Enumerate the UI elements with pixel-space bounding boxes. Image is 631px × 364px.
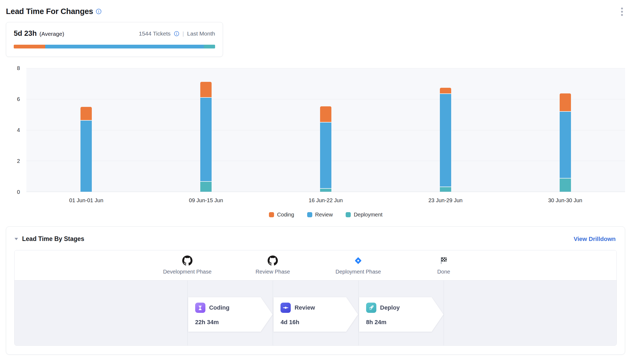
- legend-item-coding[interactable]: Coding: [269, 212, 294, 218]
- bar-group-5[interactable]: [505, 68, 625, 192]
- plot-area: [26, 68, 625, 192]
- hourglass-icon: [195, 303, 205, 313]
- lead-time-by-stages-panel: Lead Time By Stages View Drilldown Devel…: [6, 226, 625, 355]
- phase-deployment-phase: Deployment Phase: [335, 255, 381, 275]
- stage-name: Deploy: [380, 304, 400, 311]
- chart-legend: CodingReviewDeployment: [6, 212, 625, 218]
- stacked-bar[interactable]: [320, 68, 331, 192]
- lead-time-chart: 02468 01 Jun-01 Jun09 Jun-15 Jun16 Jun-2…: [6, 68, 625, 218]
- tickets-info-icon[interactable]: [174, 31, 179, 36]
- legend-label: Review: [315, 212, 333, 218]
- view-drilldown-link[interactable]: View Drilldown: [574, 236, 616, 243]
- tickets-count: 1544 Tickets: [139, 30, 171, 37]
- bar-segment-deployment[interactable]: [560, 178, 571, 192]
- bar-segment-review[interactable]: [440, 94, 451, 187]
- stage-name: Coding: [209, 304, 230, 311]
- bar-group-4[interactable]: [385, 68, 505, 192]
- legend-item-deployment[interactable]: Deployment: [346, 212, 383, 218]
- github-icon: [255, 255, 290, 267]
- x-label-3: 16 Jun-22 Jun: [266, 197, 386, 204]
- legend-item-review[interactable]: Review: [307, 212, 333, 218]
- title-wrap: Lead Time For Changes: [6, 5, 101, 16]
- period-label: Last Month: [187, 30, 215, 37]
- average-value: 5d 23h: [14, 29, 37, 38]
- legend-label: Coding: [277, 212, 294, 218]
- bar-group-3[interactable]: [266, 68, 386, 192]
- bar-segment-review[interactable]: [200, 98, 212, 181]
- phase-label: Review Phase: [255, 269, 290, 275]
- bar-segment-coding[interactable]: [440, 88, 451, 93]
- bar-segment-coding[interactable]: [200, 82, 212, 97]
- stacked-bar[interactable]: [440, 68, 451, 192]
- caret-down-icon: [14, 237, 18, 240]
- phase-review-phase: Review Phase: [255, 255, 290, 275]
- stacked-bar[interactable]: [560, 68, 571, 192]
- divider: |: [183, 30, 184, 37]
- stage-card-coding[interactable]: Coding22h 34m: [188, 297, 273, 332]
- distribution-segment-review: [45, 45, 204, 48]
- stacked-bar[interactable]: [200, 68, 212, 192]
- legend-swatch-icon: [269, 212, 274, 217]
- stacked-bar[interactable]: [80, 68, 92, 192]
- bar-segment-review[interactable]: [560, 112, 571, 178]
- y-tick-2: 2: [17, 158, 20, 164]
- x-axis-labels: 01 Jun-01 Jun09 Jun-15 Jun16 Jun-22 Jun2…: [6, 197, 625, 204]
- page-header: Lead Time For Changes: [6, 5, 625, 19]
- info-icon[interactable]: [96, 9, 101, 14]
- average-summary-card: 5d 23h (Average) 1544 Tickets | Last Mon…: [6, 22, 223, 57]
- bar-segment-review[interactable]: [320, 122, 331, 188]
- column-separator: [444, 281, 444, 345]
- y-tick-6: 6: [17, 96, 20, 102]
- stage-duration: 8h 24m: [366, 319, 444, 326]
- legend-swatch-icon: [307, 212, 312, 217]
- stage-body-row: Coding22h 34mReview4d 16hDeploy8h 24m: [15, 281, 616, 345]
- phase-development-phase: Development Phase: [163, 255, 212, 275]
- phase-header-row: Development PhaseReview PhaseDeployment …: [15, 250, 616, 281]
- bar-group-2[interactable]: [146, 68, 266, 192]
- stage-duration: 4d 16h: [281, 319, 358, 326]
- stages-collapse-toggle[interactable]: Lead Time By Stages: [14, 235, 84, 243]
- y-tick-8: 8: [17, 65, 20, 71]
- bar-segment-coding[interactable]: [560, 93, 571, 111]
- bar-segment-coding[interactable]: [80, 107, 92, 120]
- legend-swatch-icon: [346, 212, 351, 217]
- legend-label: Deployment: [354, 212, 383, 218]
- phase-label: Deployment Phase: [335, 269, 381, 275]
- stage-card-deploy[interactable]: Deploy8h 24m: [359, 297, 444, 332]
- stages-panel-title: Lead Time By Stages: [22, 235, 84, 243]
- phase-label: Development Phase: [163, 269, 212, 275]
- stage-name: Review: [295, 304, 315, 311]
- x-label-5: 30 Jun-30 Jun: [505, 197, 625, 204]
- y-tick-0: 0: [17, 189, 20, 195]
- rocket-icon: [366, 303, 376, 313]
- duration-distribution-bar: [14, 45, 215, 48]
- bar-group-1[interactable]: [26, 68, 146, 192]
- jira-icon: [335, 255, 381, 267]
- checkered-flag-icon: [437, 255, 450, 267]
- bar-segment-coding[interactable]: [320, 106, 331, 122]
- commit-icon: [281, 303, 291, 313]
- bar-segment-deployment[interactable]: [440, 187, 451, 192]
- kebab-menu-icon[interactable]: [619, 5, 625, 19]
- stage-card-review[interactable]: Review4d 16h: [274, 297, 358, 332]
- x-label-2: 09 Jun-15 Jun: [146, 197, 266, 204]
- column-separator: [273, 281, 273, 345]
- page-title: Lead Time For Changes: [6, 7, 93, 16]
- y-axis: 02468: [6, 68, 26, 192]
- distribution-segment-coding: [14, 45, 45, 48]
- stages-table: Development PhaseReview PhaseDeployment …: [14, 250, 617, 346]
- column-separator: [187, 281, 188, 345]
- bar-segment-review[interactable]: [80, 121, 92, 192]
- distribution-segment-deployment: [204, 45, 215, 48]
- bar-segment-deployment[interactable]: [320, 189, 331, 192]
- phase-label: Done: [437, 269, 450, 275]
- github-icon: [163, 255, 212, 267]
- x-label-1: 01 Jun-01 Jun: [26, 197, 146, 204]
- phase-done: Done: [437, 255, 450, 275]
- column-separator: [358, 281, 359, 345]
- average-label: (Average): [40, 31, 64, 37]
- x-label-4: 23 Jun-29 Jun: [385, 197, 505, 204]
- stage-duration: 22h 34m: [195, 319, 273, 326]
- bar-segment-deployment[interactable]: [200, 182, 212, 192]
- average-value-group: 5d 23h (Average): [14, 29, 64, 38]
